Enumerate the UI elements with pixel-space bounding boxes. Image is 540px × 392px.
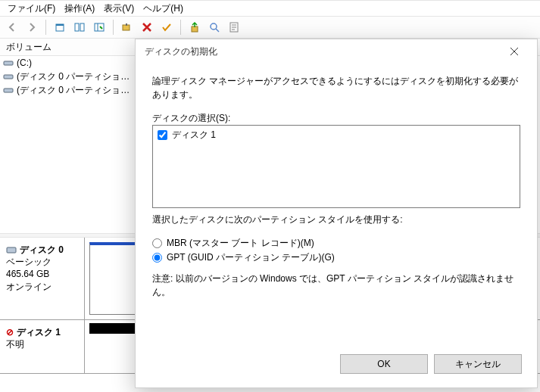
- select-disks-label: ディスクの選択(S):: [152, 112, 520, 125]
- disk-management-window: ファイル(F) 操作(A) 表示(V) ヘルプ(H) ボリューム レイアウト 種…: [0, 0, 540, 392]
- disk-name: ディスク 0: [20, 244, 64, 256]
- svg-rect-13: [7, 247, 16, 253]
- dialog-note: 注意: 以前のバージョンの Windows では、GPT パーティション スタイ…: [152, 272, 520, 299]
- menu-view[interactable]: 表示(V): [101, 1, 137, 17]
- show-hide-tree-button[interactable]: [70, 18, 89, 36]
- delete-button[interactable]: [138, 18, 156, 36]
- volume-name: (ディスク 0 パーティショ…: [17, 84, 130, 97]
- disk-checkbox-item[interactable]: ディスク 1: [158, 129, 515, 142]
- search-button[interactable]: [205, 18, 223, 36]
- nav-forward-button[interactable]: [23, 18, 41, 36]
- menu-bar: ファイル(F) 操作(A) 表示(V) ヘルプ(H): [0, 1, 540, 16]
- disk-checkbox[interactable]: [158, 130, 167, 140]
- svg-rect-12: [4, 89, 13, 92]
- menu-file[interactable]: ファイル(F): [5, 1, 58, 17]
- cancel-button[interactable]: キャンセル: [434, 354, 522, 374]
- svg-rect-10: [4, 61, 13, 65]
- svg-rect-3: [80, 23, 84, 31]
- settings-button[interactable]: [118, 18, 136, 36]
- apply-button[interactable]: [158, 18, 176, 36]
- volume-name: (C:): [17, 58, 32, 68]
- volume-name: (ディスク 0 パーティショ…: [17, 70, 130, 83]
- svg-rect-11: [4, 75, 13, 79]
- radio-mbr[interactable]: MBR (マスター ブート レコード)(M): [152, 237, 520, 250]
- warning-icon: ⊘: [6, 326, 14, 338]
- svg-rect-2: [75, 23, 79, 31]
- partition-style-label: 選択したディスクに次のパーティション スタイルを使用する:: [152, 213, 520, 226]
- up-scope-button[interactable]: [51, 18, 69, 36]
- dialog-message: 論理ディスク マネージャーがアクセスできるようにするにはディスクを初期化する必要…: [152, 74, 520, 101]
- ok-button[interactable]: OK: [340, 354, 428, 374]
- volume-icon: [3, 58, 14, 67]
- volume-icon: [3, 86, 14, 95]
- toolbar: [0, 16, 540, 39]
- nav-back-button[interactable]: [3, 18, 21, 36]
- import-button[interactable]: [186, 18, 204, 36]
- menu-help[interactable]: ヘルプ(H): [140, 1, 186, 17]
- volume-icon: [3, 72, 14, 81]
- svg-rect-5: [123, 25, 130, 30]
- disk-status: オンライン: [6, 281, 78, 293]
- svg-rect-4: [95, 23, 104, 31]
- menu-action[interactable]: 操作(A): [61, 1, 98, 17]
- disk-name: ディスク 1: [17, 326, 61, 338]
- svg-point-8: [211, 23, 217, 30]
- svg-rect-7: [192, 26, 198, 32]
- radio-gpt-input[interactable]: [152, 253, 162, 263]
- initialize-disk-dialog: ディスクの初期化 論理ディスク マネージャーがアクセスできるようにするにはディス…: [135, 39, 538, 388]
- properties-button[interactable]: [225, 18, 243, 36]
- disk-size: 465.64 GB: [6, 268, 78, 280]
- disk-select-listbox[interactable]: ディスク 1: [152, 125, 520, 208]
- disk-checkbox-label: ディスク 1: [172, 129, 216, 142]
- dialog-close-button[interactable]: [498, 41, 531, 62]
- dialog-title: ディスクの初期化: [142, 45, 498, 58]
- svg-rect-1: [56, 24, 64, 26]
- disk-type: ベーシック: [6, 256, 78, 268]
- disk-status: 不明: [6, 338, 78, 350]
- radio-gpt[interactable]: GPT (GUID パーティション テーブル)(G): [152, 251, 520, 264]
- svg-rect-6: [126, 23, 127, 26]
- radio-mbr-input[interactable]: [152, 238, 162, 248]
- col-volume[interactable]: ボリューム: [0, 39, 141, 55]
- disk-icon: [6, 245, 17, 254]
- mmc-options-button[interactable]: [90, 18, 108, 36]
